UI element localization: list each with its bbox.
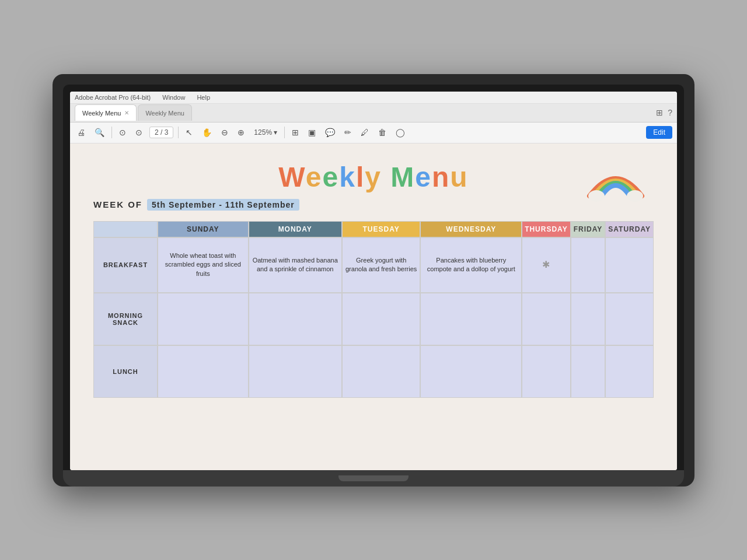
laptop-screen: Adobe Acrobat Pro (64-bit) Window Help W…: [70, 92, 677, 470]
breakfast-tuesday[interactable]: Greek yogurt with granola and fresh berr…: [342, 237, 421, 293]
title-letter-y: y: [365, 162, 382, 192]
print-icon[interactable]: 🖨: [75, 127, 88, 138]
week-of-date: 5th September - 11th September: [147, 199, 299, 211]
browser-titlebar: Adobe Acrobat Pro (64-bit) Window Help: [70, 92, 677, 104]
edit-button[interactable]: Edit: [646, 126, 672, 139]
header-saturday: SATURDAY: [605, 221, 654, 237]
tab-close-active[interactable]: ✕: [124, 110, 129, 116]
title-letter-e2: e: [323, 162, 340, 192]
snack-friday[interactable]: [571, 293, 606, 345]
cursor-tool[interactable]: ↖: [183, 127, 195, 138]
breakfast-saturday[interactable]: [605, 237, 654, 293]
breakfast-label: BREAKFAST: [93, 237, 158, 293]
header-wednesday: WEDNESDAY: [420, 221, 522, 237]
breakfast-sunday[interactable]: Whole wheat toast with scrambled eggs an…: [158, 237, 249, 293]
menu-window[interactable]: Window: [162, 94, 185, 101]
menu-title: Weekly Menu: [93, 161, 654, 193]
title-letter-w: W: [278, 162, 305, 192]
delete-icon[interactable]: 🗑: [376, 127, 389, 138]
browser-tabs-bar: Weekly Menu ✕ Weekly Menu ⊞ ?: [70, 104, 677, 123]
snack-sunday[interactable]: [158, 293, 249, 345]
header-sunday: SUNDAY: [158, 221, 249, 237]
snack-tuesday[interactable]: [342, 293, 421, 345]
snack-monday[interactable]: [249, 293, 342, 345]
snack-row: MORNING SNACK: [93, 293, 654, 345]
week-of-line: WEEK OF 5th September - 11th September: [93, 199, 654, 211]
titlebar-text: Adobe Acrobat Pro (64-bit): [75, 94, 151, 101]
highlight-icon[interactable]: 🖊: [358, 127, 371, 138]
menu-table: SUNDAY MONDAY TUESDAY WEDNESDAY THURSDAY…: [93, 221, 654, 398]
snack-label: MORNING SNACK: [93, 293, 158, 345]
title-letter-e1: e: [306, 162, 323, 192]
title-letter-k: k: [339, 162, 356, 192]
menu-help[interactable]: Help: [197, 94, 210, 101]
lunch-thursday[interactable]: [522, 345, 571, 398]
lunch-wednesday[interactable]: [420, 345, 522, 398]
breakfast-friday[interactable]: [571, 237, 606, 293]
lunch-saturday[interactable]: [605, 345, 654, 398]
snack-wednesday[interactable]: [420, 293, 522, 345]
lunch-row: LUNCH: [93, 345, 654, 398]
lunch-friday[interactable]: [571, 345, 606, 398]
tools-icon[interactable]: ⊞: [289, 127, 301, 138]
comment-icon[interactable]: 💬: [323, 127, 337, 138]
laptop-shell: Adobe Acrobat Pro (64-bit) Window Help W…: [53, 74, 694, 487]
svg-point-1: [627, 190, 643, 202]
tab-label-active: Weekly Menu: [82, 110, 121, 117]
select-tool[interactable]: ▣: [306, 127, 318, 138]
audio-icon[interactable]: ◯: [393, 127, 407, 138]
title-letter-n: n: [432, 162, 450, 192]
laptop-notch: [338, 475, 409, 481]
lunch-sunday[interactable]: [158, 345, 249, 398]
page-number[interactable]: 2 / 3: [149, 127, 173, 138]
svg-point-0: [588, 190, 605, 202]
zoom-level[interactable]: 125% ▾: [252, 127, 280, 138]
separator-3: [284, 127, 285, 138]
hand-tool[interactable]: ✋: [200, 127, 214, 138]
header-row: SUNDAY MONDAY TUESDAY WEDNESDAY THURSDAY…: [93, 221, 654, 237]
title-letter-m: M: [390, 162, 415, 192]
toolbar-right: Edit: [646, 126, 672, 139]
pen-icon[interactable]: ✏: [342, 127, 354, 138]
tab-weekly-menu-active[interactable]: Weekly Menu ✕: [75, 104, 137, 121]
zoom-in-btn[interactable]: ⊕: [235, 127, 247, 138]
search-icon[interactable]: 🔍: [92, 127, 107, 138]
title-letter-e3: e: [415, 162, 432, 192]
document-content: Weekly Menu WEEK OF 5th September - 11th…: [70, 144, 677, 470]
zoom-out-btn[interactable]: ⊖: [219, 127, 231, 138]
browser-toolbar: 🖨 🔍 ⊙ ⊙ 2 / 3 ↖ ✋ ⊖ ⊕ 125% ▾ ⊞ ▣ 💬 ✏ 🖊 🗑: [70, 123, 677, 144]
prev-page-btn[interactable]: ⊙: [117, 127, 128, 138]
breakfast-monday[interactable]: Oatmeal with mashed banana and a sprinkl…: [249, 237, 342, 293]
breakfast-wednesday[interactable]: Pancakes with blueberry compote and a do…: [420, 237, 522, 293]
browser-icon-1[interactable]: ⊞: [656, 108, 663, 117]
next-page-btn[interactable]: ⊙: [133, 127, 145, 138]
breakfast-row: BREAKFAST Whole wheat toast with scrambl…: [93, 237, 654, 293]
screen-bezel: Adobe Acrobat Pro (64-bit) Window Help W…: [63, 85, 684, 470]
title-letter-u: u: [450, 162, 468, 192]
lunch-label: LUNCH: [93, 345, 158, 398]
week-of-label: WEEK OF: [93, 200, 142, 209]
tab-weekly-menu-inactive[interactable]: Weekly Menu: [138, 104, 191, 121]
title-letter-l: l: [356, 162, 365, 192]
snack-thursday[interactable]: [522, 293, 571, 345]
tab-label-inactive: Weekly Menu: [145, 110, 184, 117]
browser-icon-2[interactable]: ?: [668, 108, 672, 117]
header-friday: FRIDAY: [571, 221, 606, 237]
snack-saturday[interactable]: [605, 293, 654, 345]
lunch-monday[interactable]: [249, 345, 342, 398]
header-thursday: THURSDAY: [522, 221, 571, 237]
laptop-base: [63, 470, 684, 487]
separator-1: [111, 127, 112, 138]
separator-2: [178, 127, 179, 138]
rainbow-decoration: [584, 155, 648, 202]
header-tuesday: TUESDAY: [342, 221, 421, 237]
breakfast-thursday[interactable]: ✱: [522, 237, 571, 293]
header-monday: MONDAY: [249, 221, 342, 237]
header-empty-cell: [93, 221, 158, 237]
lunch-tuesday[interactable]: [342, 345, 421, 398]
